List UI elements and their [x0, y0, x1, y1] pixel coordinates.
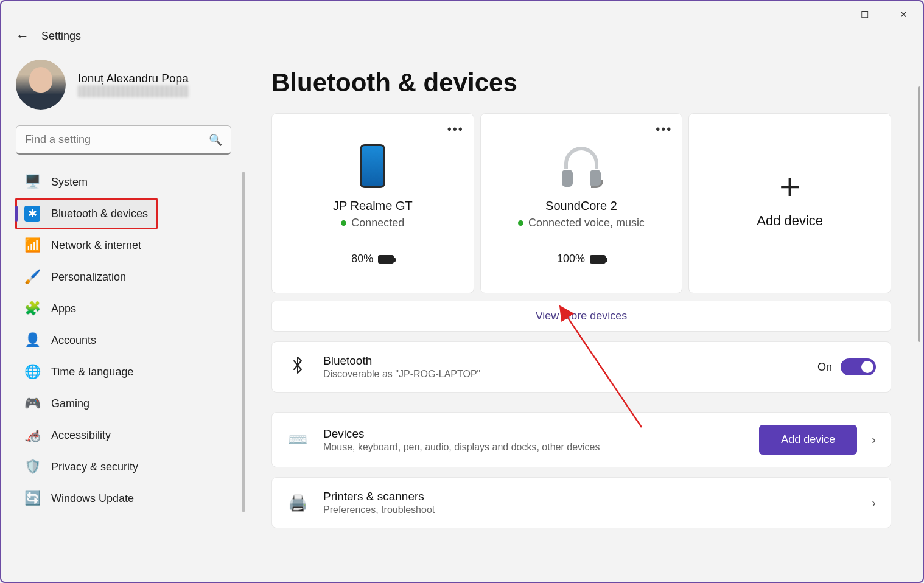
sidebar-item-update[interactable]: 🔄 Windows Update — [16, 483, 239, 514]
headset-icon — [559, 144, 603, 188]
avatar — [16, 60, 66, 110]
sidebar-item-label: Network & internet — [51, 239, 141, 252]
bluetooth-toggle[interactable] — [841, 358, 876, 375]
back-button[interactable]: ← — [16, 28, 29, 44]
battery-icon — [378, 255, 394, 264]
content-scrollbar[interactable] — [918, 86, 920, 342]
row-title: Printers & scanners — [323, 490, 857, 503]
devices-row[interactable]: ⌨️ Devices Mouse, keyboard, pen, audio, … — [271, 412, 891, 467]
update-icon: 🔄 — [24, 490, 40, 506]
sidebar-item-label: Gaming — [51, 397, 89, 410]
device-status: Connected voice, music — [518, 217, 645, 229]
sidebar-item-gaming[interactable]: 🎮 Gaming — [16, 388, 239, 419]
sidebar-item-label: Bluetooth & devices — [51, 208, 148, 220]
plus-icon: + — [779, 178, 800, 196]
page-title: Bluetooth & devices — [271, 68, 891, 97]
paintbrush-icon: 🖌️ — [24, 269, 40, 285]
clock-globe-icon: 🌐 — [24, 364, 40, 380]
sidebar-item-label: Apps — [51, 302, 76, 315]
maximize-button[interactable]: ☐ — [853, 6, 875, 23]
row-subtitle: Discoverable as "JP-ROG-LAPTOP" — [323, 369, 803, 380]
status-dot-icon — [518, 220, 523, 226]
sidebar-item-label: Windows Update — [51, 492, 134, 505]
device-battery: 100% — [557, 253, 606, 265]
sidebar-item-network[interactable]: 📶 Network & internet — [16, 230, 239, 260]
gamepad-icon: 🎮 — [24, 396, 40, 411]
printer-icon: 🖨️ — [287, 494, 309, 512]
add-device-button[interactable]: Add device — [759, 425, 857, 455]
sidebar: Ionuț Alexandru Popa 🔍 🖥️ System ✱ Bluet… — [1, 50, 245, 583]
sidebar-item-personalization[interactable]: 🖌️ Personalization — [16, 262, 239, 292]
device-name: JP Realme GT — [333, 199, 413, 213]
status-dot-icon — [341, 220, 346, 226]
more-icon[interactable]: ••• — [447, 122, 464, 136]
device-card-headset[interactable]: ••• SoundCore 2 Connected voice, music 1… — [480, 113, 683, 293]
person-icon: 👤 — [24, 332, 40, 348]
device-card-phone[interactable]: ••• JP Realme GT Connected 80% — [271, 113, 474, 293]
sidebar-item-label: Personalization — [51, 271, 126, 284]
more-icon[interactable]: ••• — [656, 122, 672, 136]
device-battery: 80% — [351, 253, 394, 265]
phone-icon — [360, 144, 385, 188]
sidebar-item-bluetooth[interactable]: ✱ Bluetooth & devices — [16, 198, 157, 229]
chevron-right-icon: › — [872, 433, 876, 447]
shield-icon: 🛡️ — [24, 459, 40, 475]
search-icon: 🔍 — [209, 133, 222, 147]
row-subtitle: Mouse, keyboard, pen, audio, displays an… — [323, 442, 744, 453]
profile-email — [78, 85, 189, 97]
sidebar-item-label: Accessibility — [51, 429, 111, 442]
printers-row[interactable]: 🖨️ Printers & scanners Preferences, trou… — [271, 477, 891, 528]
sidebar-item-label: Privacy & security — [51, 461, 138, 473]
sidebar-item-privacy[interactable]: 🛡️ Privacy & security — [16, 452, 239, 482]
sidebar-item-system[interactable]: 🖥️ System — [16, 167, 239, 197]
devices-icon: ⌨️ — [287, 430, 309, 449]
chevron-right-icon: › — [872, 496, 876, 510]
search-box[interactable]: 🔍 — [16, 125, 231, 155]
toggle-state-label: On — [817, 361, 832, 374]
sidebar-item-apps[interactable]: 🧩 Apps — [16, 293, 239, 324]
device-name: SoundCore 2 — [545, 199, 617, 213]
sidebar-item-label: System — [51, 176, 88, 189]
sidebar-scrollbar[interactable] — [242, 172, 245, 512]
wifi-icon: 📶 — [24, 237, 40, 253]
profile-name: Ionuț Alexandru Popa — [78, 72, 189, 85]
sidebar-item-label: Time & language — [51, 366, 133, 379]
close-button[interactable]: ✕ — [892, 6, 914, 23]
sidebar-item-accounts[interactable]: 👤 Accounts — [16, 325, 239, 355]
search-input[interactable] — [25, 133, 209, 146]
accessibility-icon: 🦽 — [24, 427, 40, 443]
battery-icon — [590, 255, 606, 264]
header: ← Settings — [1, 28, 923, 50]
sidebar-item-label: Accounts — [51, 334, 96, 347]
bluetooth-icon — [287, 356, 309, 379]
bluetooth-toggle-row[interactable]: Bluetooth Discoverable as "JP-ROG-LAPTOP… — [271, 341, 891, 393]
content-area: Bluetooth & devices ••• JP Realme GT Con… — [245, 50, 923, 583]
row-title: Devices — [323, 427, 744, 441]
bluetooth-icon: ✱ — [24, 206, 40, 222]
add-device-card[interactable]: + Add device — [688, 113, 891, 293]
row-subtitle: Preferences, troubleshoot — [323, 504, 857, 515]
window-controls: — ☐ ✕ — [1, 1, 923, 28]
profile-block[interactable]: Ionuț Alexandru Popa — [16, 55, 239, 120]
sidebar-item-time[interactable]: 🌐 Time & language — [16, 357, 239, 387]
apps-icon: 🧩 — [24, 301, 40, 316]
device-status: Connected — [341, 217, 404, 229]
app-title: Settings — [41, 30, 81, 43]
display-icon: 🖥️ — [24, 174, 40, 190]
sidebar-item-accessibility[interactable]: 🦽 Accessibility — [16, 420, 239, 450]
view-more-devices-link[interactable]: View more devices — [271, 301, 891, 332]
row-title: Bluetooth — [323, 354, 803, 368]
add-device-label: Add device — [757, 213, 823, 229]
minimize-button[interactable]: — — [814, 6, 836, 23]
